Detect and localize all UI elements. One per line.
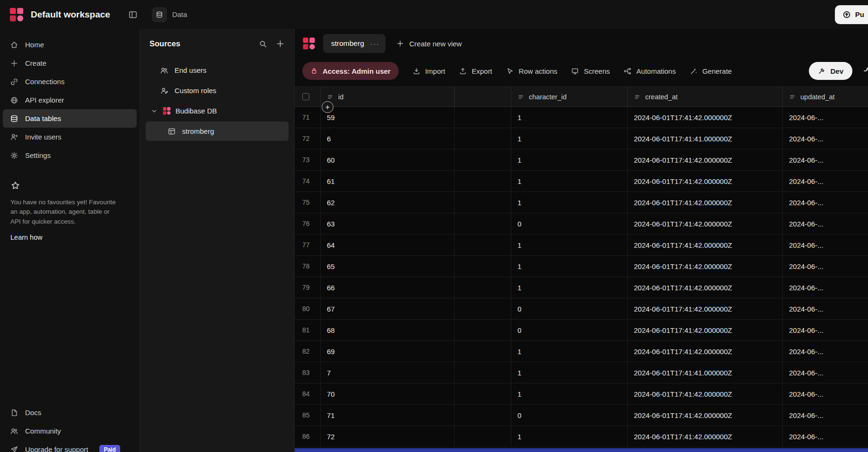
source-item-custom-roles[interactable]: Custom roles [146, 81, 289, 100]
cell-created-at[interactable]: 2024-06-01T17:41:42.000000Z [628, 107, 783, 128]
cell-character-id[interactable]: 0 [511, 213, 628, 234]
cell-created-at[interactable]: 2024-06-01T17:41:42.000000Z [628, 235, 783, 255]
cell-updated-at[interactable]: 2024-06-... [783, 383, 868, 404]
row-number-cell[interactable]: 80 [295, 298, 321, 319]
row-number-cell[interactable]: 84 [295, 383, 321, 404]
row-number-cell[interactable]: 71 [295, 107, 321, 128]
cell-created-at[interactable]: 2024-06-01T17:41:41.000000Z [628, 362, 783, 383]
table-row[interactable]: 82 69 1 2024-06-01T17:41:42.000000Z 2024… [295, 341, 868, 362]
cell-character-id[interactable]: 0 [511, 320, 628, 340]
cell-id[interactable]: 69 [321, 341, 455, 362]
row-number-cell[interactable]: 74 [295, 171, 321, 191]
cell-created-at[interactable]: 2024-06-01T17:41:42.000000Z [628, 192, 783, 213]
cell-id[interactable]: 63 [321, 213, 455, 234]
cell-id[interactable]: 65 [321, 256, 455, 277]
cell-extra[interactable] [455, 383, 511, 404]
source-item-stromberg[interactable]: stromberg [146, 122, 289, 141]
cell-created-at[interactable]: 2024-06-01T17:41:42.000000Z [628, 383, 783, 404]
row-number-cell[interactable]: 86 [295, 426, 321, 447]
cell-extra[interactable] [455, 128, 511, 149]
cell-updated-at[interactable]: 2024-06-... [783, 107, 868, 128]
cell-id[interactable]: 62 [321, 192, 455, 213]
table-row[interactable]: 77 64 1 2024-06-01T17:41:42.000000Z 2024… [295, 235, 868, 256]
cell-updated-at[interactable]: 2024-06-... [783, 171, 868, 191]
create-new-view-button[interactable]: Create new view [396, 40, 462, 48]
cell-character-id[interactable]: 1 [511, 171, 628, 191]
select-all-checkbox[interactable] [302, 93, 309, 100]
cell-character-id[interactable]: 1 [511, 128, 628, 149]
cell-character-id[interactable]: 1 [511, 107, 628, 128]
table-row[interactable]: 74 61 1 2024-06-01T17:41:42.000000Z 2024… [295, 171, 868, 192]
row-actions-button[interactable]: Row actions [506, 67, 558, 75]
more-menu-icon[interactable]: ··· [370, 40, 380, 47]
sidebar-item-api-explorer[interactable]: API explorer [3, 91, 137, 109]
cell-updated-at[interactable]: 2024-06-... [783, 235, 868, 255]
sidebar-item-settings[interactable]: Settings [3, 146, 137, 165]
cell-extra[interactable] [455, 235, 511, 255]
cell-character-id[interactable]: 0 [511, 405, 628, 426]
row-number-cell[interactable]: 75 [295, 192, 321, 213]
cell-character-id[interactable]: 1 [511, 362, 628, 383]
cell-character-id[interactable]: 0 [511, 298, 628, 319]
access-button[interactable]: Access: Admin user [302, 62, 399, 80]
table-row[interactable]: 78 65 1 2024-06-01T17:41:42.000000Z 2024… [295, 256, 868, 277]
table-row[interactable]: 75 62 1 2024-06-01T17:41:42.000000Z 2024… [295, 192, 868, 213]
add-row-button[interactable]: + [322, 101, 333, 113]
row-number-cell[interactable]: 72 [295, 128, 321, 149]
cell-created-at[interactable]: 2024-06-01T17:41:42.000000Z [628, 298, 783, 319]
sidebar-item-connections[interactable]: Connections [3, 72, 137, 91]
cell-updated-at[interactable]: 2024-06-... [783, 213, 868, 234]
sidebar-item-data-tables[interactable]: Data tables [3, 109, 137, 128]
cell-extra[interactable] [455, 277, 511, 298]
cell-updated-at[interactable]: 2024-06-... [783, 128, 868, 149]
table-row[interactable]: 86 72 1 2024-06-01T17:41:42.000000Z 2024… [295, 426, 868, 447]
cell-extra[interactable] [455, 171, 511, 191]
sidebar-item-create[interactable]: Create [3, 54, 137, 72]
source-item-budibase-db[interactable]: Budibase DB [146, 101, 289, 121]
cell-created-at[interactable]: 2024-06-01T17:41:42.000000Z [628, 341, 783, 362]
table-row[interactable]: 71 59 1 2024-06-01T17:41:42.000000Z 2024… [295, 107, 868, 128]
cell-updated-at[interactable]: 2024-06-... [783, 149, 868, 170]
table-name-button[interactable]: stromberg ··· [323, 34, 386, 53]
column-header-updated-at[interactable]: updated_at [783, 87, 868, 106]
row-number-cell[interactable]: 73 [295, 149, 321, 170]
cell-extra[interactable] [455, 149, 511, 170]
table-row[interactable]: 85 71 0 2024-06-01T17:41:42.000000Z 2024… [295, 405, 868, 426]
row-number-cell[interactable]: 79 [295, 277, 321, 298]
column-header-character-id[interactable]: character_id [511, 87, 628, 106]
automations-button[interactable]: Automations [623, 67, 675, 75]
cell-id[interactable]: 70 [321, 383, 455, 404]
cell-extra[interactable] [455, 426, 511, 447]
table-row[interactable]: 79 66 1 2024-06-01T17:41:42.000000Z 2024… [295, 277, 868, 298]
table-row[interactable]: 76 63 0 2024-06-01T17:41:42.000000Z 2024… [295, 213, 868, 235]
cell-id[interactable]: 60 [321, 149, 455, 170]
cell-character-id[interactable]: 1 [511, 383, 628, 404]
learn-how-link[interactable]: Learn how [10, 234, 129, 241]
table-row[interactable]: 72 6 1 2024-06-01T17:41:41.000000Z 2024-… [295, 128, 868, 149]
table-row[interactable]: 73 60 1 2024-06-01T17:41:42.000000Z 2024… [295, 149, 868, 171]
source-item-end-users[interactable]: End users [146, 61, 289, 80]
table-row[interactable]: 83 7 1 2024-06-01T17:41:41.000000Z 2024-… [295, 362, 868, 383]
cell-id[interactable]: 71 [321, 405, 455, 426]
cell-updated-at[interactable]: 2024-06-... [783, 426, 868, 447]
cell-id[interactable]: 64 [321, 235, 455, 255]
row-number-cell[interactable]: 78 [295, 256, 321, 277]
collapse-sidebar-icon[interactable] [128, 10, 138, 19]
cell-updated-at[interactable]: 2024-06-... [783, 320, 868, 340]
cell-character-id[interactable]: 1 [511, 192, 628, 213]
cell-extra[interactable] [455, 341, 511, 362]
table-row[interactable]: 80 67 0 2024-06-01T17:41:42.000000Z 2024… [295, 298, 868, 320]
cell-updated-at[interactable]: 2024-06-... [783, 362, 868, 383]
cell-created-at[interactable]: 2024-06-01T17:41:42.000000Z [628, 405, 783, 426]
cell-created-at[interactable]: 2024-06-01T17:41:41.000000Z [628, 128, 783, 149]
cell-extra[interactable] [455, 107, 511, 128]
activity-icon[interactable] [859, 65, 868, 77]
chevron-down-icon[interactable] [150, 107, 158, 115]
cell-character-id[interactable]: 1 [511, 426, 628, 447]
column-header-created-at[interactable]: created_at [628, 87, 783, 106]
export-button[interactable]: Export [459, 67, 492, 75]
cell-character-id[interactable]: 1 [511, 256, 628, 277]
cell-character-id[interactable]: 1 [511, 341, 628, 362]
cell-extra[interactable] [455, 362, 511, 383]
cell-character-id[interactable]: 1 [511, 277, 628, 298]
